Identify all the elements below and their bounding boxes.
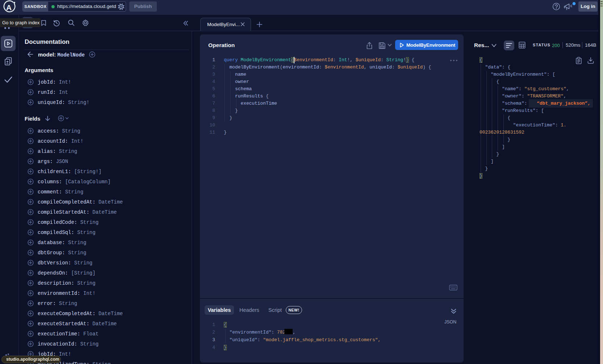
svg-text:A: A [6, 3, 12, 12]
